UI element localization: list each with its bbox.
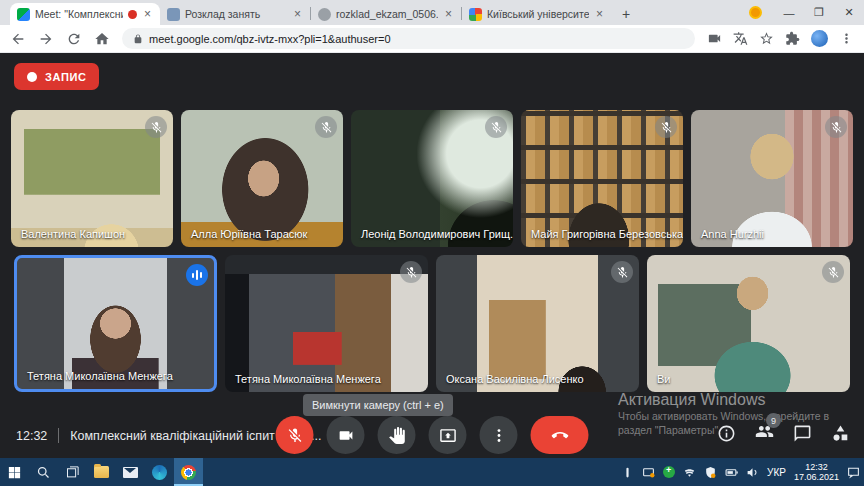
battery-icon[interactable] [725, 466, 738, 479]
tab-university[interactable]: Київський університет імені Бор × [462, 3, 612, 25]
taskbar-left [0, 458, 203, 486]
bookmark-star-icon[interactable] [759, 31, 774, 46]
tab-title: Meet: "Комплексний кваліф [35, 8, 123, 20]
windows-taskbar: УКР 12:32 17.06.2021 [0, 458, 864, 486]
language-indicator[interactable]: УКР [767, 467, 786, 478]
address-bar[interactable]: meet.google.com/qbz-ivtz-mxx?pli=1&authu… [122, 28, 695, 49]
meet-panel-icons: 9 [717, 422, 850, 445]
new-tab-button[interactable]: + [612, 6, 640, 25]
defender-shield-icon[interactable] [704, 466, 717, 479]
chat-icon[interactable] [793, 424, 812, 443]
window-controls: — ❐ ✕ [749, 0, 864, 25]
task-view-icon[interactable] [58, 458, 87, 486]
mic-muted-icon [611, 261, 633, 283]
mic-toggle-button[interactable] [276, 416, 314, 454]
url-text: meet.google.com/qbz-ivtz-mxx?pli=1&authu… [149, 33, 391, 45]
participant-name: Валентина Капишон [21, 228, 125, 240]
edge-icon[interactable] [145, 458, 174, 486]
minimize-button[interactable]: — [774, 7, 804, 19]
tab-close-icon[interactable]: × [142, 8, 153, 20]
maximize-button[interactable]: ❐ [804, 6, 834, 19]
participant-tile[interactable]: Валентина Капишон [11, 110, 173, 247]
self-view-tile[interactable]: Ви [647, 255, 850, 392]
meet-favicon [17, 8, 30, 21]
participant-tile[interactable]: Оксана Василівна Лисенко [436, 255, 639, 392]
watermark-title: Активация Windows [618, 391, 829, 409]
raise-hand-button[interactable] [378, 416, 416, 454]
tab-schedule[interactable]: Розклад занять × [160, 3, 310, 25]
back-icon[interactable] [10, 31, 26, 47]
volume-icon[interactable] [746, 466, 759, 479]
participant-tile[interactable]: Алла Юріївна Тарасюк [181, 110, 343, 247]
participant-name: Алла Юріївна Тарасюк [191, 228, 307, 240]
participants-panel-button[interactable]: 9 [755, 422, 774, 445]
video-row-1: Валентина Капишон Алла Юріївна Тарасюк Л… [0, 110, 864, 247]
translate-icon[interactable] [733, 31, 748, 46]
browser-toolbar: meet.google.com/qbz-ivtz-mxx?pli=1&authu… [0, 25, 864, 53]
present-screen-button[interactable] [429, 416, 467, 454]
tab-meet[interactable]: Meet: "Комплексний кваліф × [10, 3, 160, 25]
file-explorer-icon[interactable] [87, 458, 116, 486]
screen: Meet: "Комплексний кваліф × Розклад заня… [0, 0, 864, 486]
clock-date: 17.06.2021 [794, 472, 839, 483]
extensions-icon[interactable] [785, 31, 800, 46]
taskbar-clock[interactable]: 12:32 17.06.2021 [794, 462, 839, 483]
camera-permission-icon[interactable] [707, 31, 722, 46]
participant-tile-active-speaker[interactable]: Тетяна Миколаївна Менжега [14, 255, 217, 392]
camera-toggle-button[interactable] [327, 416, 365, 454]
search-icon[interactable] [29, 458, 58, 486]
wifi-icon[interactable] [683, 466, 696, 479]
participant-tile[interactable]: Леонід Володимирович Грищ... [351, 110, 513, 247]
tab-close-icon[interactable]: × [292, 8, 303, 20]
tab-close-icon[interactable]: × [594, 8, 605, 20]
activities-icon[interactable] [831, 424, 850, 443]
reload-icon[interactable] [66, 31, 82, 47]
participant-name: Оксана Василівна Лисенко [446, 373, 584, 385]
participant-tile[interactable]: Тетяна Миколаївна Менжега [225, 255, 428, 392]
more-options-button[interactable] [480, 416, 518, 454]
participants-count-badge: 9 [766, 413, 781, 428]
participant-name: Ви [657, 373, 670, 385]
mic-muted-icon [400, 261, 422, 283]
chrome-taskbar-icon[interactable] [174, 458, 203, 486]
tab-close-icon[interactable]: × [443, 8, 454, 20]
home-icon[interactable] [94, 31, 110, 47]
recording-badge: ЗАПИС [14, 63, 99, 90]
leave-call-button[interactable] [531, 416, 589, 454]
mic-muted-icon [825, 116, 847, 138]
watermark-line: Чтобы активировать Windows, перейдите в [618, 409, 829, 423]
call-controls [276, 416, 589, 454]
recording-dot-icon [128, 10, 137, 19]
tab-title: Розклад занять [185, 8, 287, 20]
tab-title: rozklad_ekzam_0506.pdf [336, 8, 438, 20]
participant-tile[interactable]: Anna Hurzhii [691, 110, 853, 247]
mic-muted-icon [485, 116, 507, 138]
participant-name: Тетяна Миколаївна Менжега [27, 370, 173, 382]
pen-icon[interactable] [621, 466, 634, 479]
close-window-button[interactable]: ✕ [834, 6, 864, 19]
action-center-icon[interactable] [847, 466, 860, 479]
video-grid: Валентина Капишон Алла Юріївна Тарасюк Л… [0, 110, 864, 400]
speaking-indicator-icon [186, 264, 208, 286]
antivirus-icon[interactable] [663, 466, 675, 478]
lock-icon [133, 34, 143, 44]
meeting-details-icon[interactable] [717, 424, 736, 443]
display-notification-icon[interactable] [642, 466, 655, 479]
chrome-menu-icon[interactable] [839, 31, 854, 46]
participant-tile[interactable]: Майя Григорівна Березовська [521, 110, 683, 247]
video-row-2: Тетяна Миколаївна Менжега Тетяна Миколаї… [0, 255, 864, 392]
participant-name: Леонід Володимирович Грищ... [361, 228, 513, 240]
clock-time: 12:32 [794, 462, 839, 473]
chrome-update-icon[interactable] [749, 6, 762, 19]
profile-avatar[interactable] [811, 30, 828, 47]
start-button[interactable] [0, 458, 29, 486]
forward-icon[interactable] [38, 31, 54, 47]
pdf-favicon [318, 8, 331, 21]
participant-name: Тетяна Миколаївна Менжега [235, 373, 381, 385]
toolbar-right [707, 30, 854, 47]
mail-icon[interactable] [116, 458, 145, 486]
participant-name: Anna Hurzhii [701, 228, 764, 240]
participant-name: Майя Григорівна Березовська [531, 228, 683, 240]
mic-muted-icon [315, 116, 337, 138]
tab-pdf[interactable]: rozklad_ekzam_0506.pdf × [311, 3, 461, 25]
